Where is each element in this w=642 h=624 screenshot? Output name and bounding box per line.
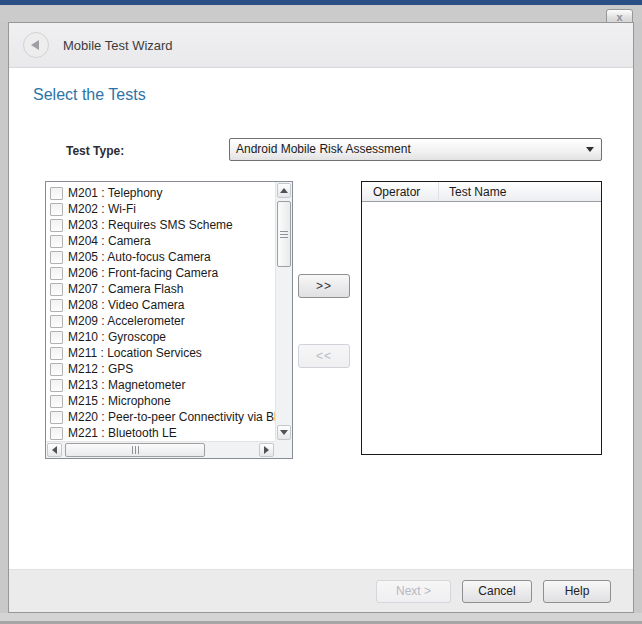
list-item-label: M202 : Wi-Fi — [68, 202, 136, 216]
available-tests-listbox: M201 : Telephony M202 : Wi-Fi M203 : Req… — [45, 181, 293, 459]
thumb-grip — [132, 446, 139, 454]
checkbox[interactable] — [50, 219, 63, 232]
list-item-label: M204 : Camera — [68, 234, 151, 248]
chevron-down-icon — [586, 147, 594, 152]
scroll-left-button[interactable] — [47, 443, 62, 457]
list-item[interactable]: M212 : GPS — [47, 361, 275, 377]
back-button[interactable] — [23, 32, 49, 58]
horizontal-scrollbar[interactable] — [46, 441, 275, 458]
vertical-scrollbar[interactable] — [275, 182, 292, 441]
scroll-right-icon — [264, 446, 269, 454]
list-item-label: M213 : Magnetometer — [68, 378, 185, 392]
list-item[interactable]: M211 : Location Services — [47, 345, 275, 361]
cancel-button[interactable]: Cancel — [462, 580, 532, 603]
remove-tests-button[interactable]: << — [298, 344, 350, 368]
checkbox[interactable] — [50, 363, 63, 376]
list-item[interactable]: M213 : Magnetometer — [47, 377, 275, 393]
scroll-down-button[interactable] — [277, 425, 291, 440]
checkbox[interactable] — [50, 395, 63, 408]
checkbox[interactable] — [50, 331, 63, 344]
window-titlebar: x — [0, 5, 642, 22]
list-item[interactable]: M202 : Wi-Fi — [47, 201, 275, 217]
list-item[interactable]: M208 : Video Camera — [47, 297, 275, 313]
dialog-footer: Next > Cancel Help — [9, 569, 633, 612]
list-item-label: M209 : Accelerometer — [68, 314, 185, 328]
window-bottom-frame — [0, 613, 642, 624]
wizard-title: Mobile Test Wizard — [63, 38, 173, 53]
list-item[interactable]: M206 : Front-facing Camera — [47, 265, 275, 281]
list-item[interactable]: M220 : Peer-to-peer Connectivity via Blu… — [47, 409, 275, 425]
list-item[interactable]: M201 : Telephony — [47, 185, 275, 201]
list-item-label: M210 : Gyroscope — [68, 330, 166, 344]
list-item-label: M201 : Telephony — [68, 186, 163, 200]
list-item-label: M207 : Camera Flash — [68, 282, 183, 296]
scroll-up-icon — [280, 188, 288, 193]
horizontal-scrollbar-thumb[interactable] — [65, 443, 205, 457]
thumb-grip — [280, 231, 288, 238]
scrollbar-corner — [275, 441, 292, 458]
list-item[interactable]: M215 : Microphone — [47, 393, 275, 409]
checkbox[interactable] — [50, 283, 63, 296]
vertical-scrollbar-thumb[interactable] — [277, 201, 291, 267]
checkbox[interactable] — [50, 315, 63, 328]
test-type-dropdown[interactable]: Android Mobile Risk Assessment — [229, 138, 602, 161]
wizard-header: Mobile Test Wizard — [9, 23, 633, 68]
back-arrow-icon — [31, 40, 39, 50]
list-item-label: M220 : Peer-to-peer Connectivity via Blu… — [68, 410, 275, 424]
test-type-selected-value: Android Mobile Risk Assessment — [236, 142, 411, 156]
list-item-label: M205 : Auto-focus Camera — [68, 250, 211, 264]
mobile-test-wizard-dialog: Mobile Test Wizard Select the Tests Test… — [8, 22, 634, 613]
checkbox[interactable] — [50, 427, 63, 440]
list-item[interactable]: M203 : Requires SMS Scheme — [47, 217, 275, 233]
checkbox[interactable] — [50, 251, 63, 264]
next-button[interactable]: Next > — [376, 580, 451, 603]
scroll-right-button[interactable] — [259, 443, 274, 457]
list-item-label: M221 : Bluetooth LE — [68, 426, 177, 440]
checkbox[interactable] — [50, 187, 63, 200]
list-item[interactable]: M204 : Camera — [47, 233, 275, 249]
checkbox[interactable] — [50, 347, 63, 360]
column-header-operator[interactable]: Operator — [362, 182, 439, 201]
list-item[interactable]: M221 : Bluetooth LE — [47, 425, 275, 441]
checkbox[interactable] — [50, 235, 63, 248]
column-header-test-name[interactable]: Test Name — [439, 182, 506, 201]
list-item-label: M203 : Requires SMS Scheme — [68, 218, 233, 232]
list-item[interactable]: M205 : Auto-focus Camera — [47, 249, 275, 265]
list-item[interactable]: M207 : Camera Flash — [47, 281, 275, 297]
checkbox[interactable] — [50, 299, 63, 312]
checkbox[interactable] — [50, 203, 63, 216]
list-item-label: M206 : Front-facing Camera — [68, 266, 218, 280]
checkbox[interactable] — [50, 267, 63, 280]
help-button[interactable]: Help — [543, 580, 611, 603]
test-type-label: Test Type: — [66, 144, 124, 158]
add-tests-button[interactable]: >> — [298, 274, 350, 298]
list-item-label: M215 : Microphone — [68, 394, 171, 408]
list-item-label: M211 : Location Services — [68, 346, 202, 360]
available-tests-list: M201 : Telephony M202 : Wi-Fi M203 : Req… — [47, 183, 275, 441]
list-item[interactable]: M209 : Accelerometer — [47, 313, 275, 329]
selected-tests-table-header: Operator Test Name — [362, 182, 601, 202]
checkbox[interactable] — [50, 411, 63, 424]
scroll-down-icon — [280, 430, 288, 435]
list-item-label: M208 : Video Camera — [68, 298, 185, 312]
page-title: Select the Tests — [33, 86, 146, 104]
checkbox[interactable] — [50, 379, 63, 392]
scroll-left-icon — [52, 446, 57, 454]
scroll-up-button[interactable] — [277, 183, 291, 198]
list-item-label: M212 : GPS — [68, 362, 133, 376]
selected-tests-table: Operator Test Name — [361, 181, 602, 455]
list-item[interactable]: M210 : Gyroscope — [47, 329, 275, 345]
